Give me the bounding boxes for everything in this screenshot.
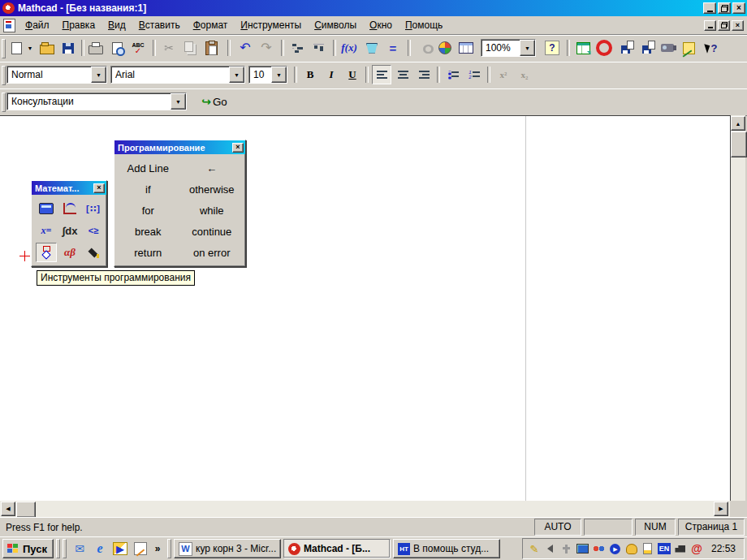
menu-view[interactable]: Вид	[101, 18, 132, 32]
undo-button[interactable]: ↶	[235, 38, 255, 58]
insert-table-button[interactable]	[456, 38, 476, 58]
chevron-down-icon[interactable]: ▼	[91, 67, 106, 83]
palette-close-button[interactable]: ×	[93, 183, 105, 193]
mdi-restore-button[interactable]	[718, 20, 730, 31]
continue-button[interactable]: continue	[180, 221, 244, 242]
restore-button[interactable]	[718, 2, 731, 14]
scroll-right-button[interactable]: ▶	[714, 502, 728, 516]
toolbar-grip[interactable]	[2, 66, 6, 85]
cd-player-tray-icon[interactable]	[625, 542, 638, 555]
horizontal-scrollbar[interactable]: ◀ ▶	[0, 501, 730, 517]
subscript-button[interactable]: x₂	[515, 65, 534, 84]
programming-toolbar-button[interactable]	[36, 243, 57, 262]
mathconnex-button[interactable]	[594, 38, 614, 58]
worksheet-area[interactable]	[0, 115, 730, 502]
redo-button[interactable]: ↷	[257, 38, 276, 58]
display-tray-icon[interactable]	[576, 542, 589, 555]
graph-toolbar-button[interactable]	[59, 199, 80, 218]
title-bar[interactable]: Mathcad - [Без названия:1] ×	[0, 0, 747, 16]
start-button[interactable]: Пуск	[2, 539, 54, 558]
resources-combo[interactable]: Консультации ▼	[6, 93, 187, 110]
style-combo[interactable]: Normal ▼	[6, 66, 107, 84]
task-mathcad[interactable]: Mathcad - [Б...	[283, 539, 391, 558]
zoom-combo[interactable]: 100% ▼	[481, 39, 536, 57]
programming-palette[interactable]: Программирование × Add Line ← if otherwi…	[114, 140, 246, 267]
mdi-minimize-button[interactable]	[704, 20, 716, 31]
save-site-button[interactable]	[615, 38, 635, 58]
superscript-button[interactable]: x²	[494, 65, 513, 84]
greek-toolbar-button[interactable]: αβ	[59, 243, 80, 262]
mdi-close-button[interactable]: ×	[732, 20, 744, 31]
stylus-tray-icon[interactable]: ✎	[528, 542, 541, 555]
component-wizard-button[interactable]	[435, 38, 455, 58]
vertical-scrollbar[interactable]: ▲ ▼	[730, 115, 745, 517]
open-button[interactable]	[37, 38, 57, 58]
otherwise-button[interactable]: otherwise	[180, 179, 244, 200]
print-preview-button[interactable]	[107, 38, 127, 58]
device-tray-icon[interactable]	[560, 542, 573, 555]
close-button[interactable]: ×	[732, 2, 745, 14]
hyperlink-button[interactable]	[414, 38, 434, 58]
insert-function-button[interactable]: f(x)	[339, 38, 359, 58]
align-across-button[interactable]	[287, 38, 307, 58]
matrix-toolbar-button[interactable]: [∷]	[83, 199, 104, 218]
symbolic-toolbar-button[interactable]	[83, 243, 104, 262]
print-button[interactable]	[86, 38, 106, 58]
internet-explorer-shortcut[interactable]: e	[91, 540, 109, 558]
italic-button[interactable]: I	[322, 65, 341, 84]
menu-symbols[interactable]: Символы	[308, 18, 363, 32]
toolbar-grip[interactable]	[2, 39, 6, 58]
scroll-up-button[interactable]: ▲	[731, 116, 745, 131]
go-button[interactable]: ↪ Go	[193, 92, 235, 111]
menu-tools[interactable]: Инструменты	[234, 18, 308, 32]
menu-window[interactable]: Окно	[363, 18, 399, 32]
task-browser-page[interactable]: НТ В помощь студ...	[393, 539, 500, 558]
chevron-down-icon[interactable]: ▼	[171, 93, 186, 110]
spell-check-button[interactable]: ABC✓	[128, 38, 148, 58]
printer-tray-icon[interactable]	[674, 542, 687, 555]
animation-button[interactable]	[658, 38, 677, 58]
mail-monitor-tray-icon[interactable]: @	[690, 542, 703, 555]
calculus-toolbar-button[interactable]: ∫dx	[59, 221, 80, 240]
align-right-button[interactable]	[414, 65, 434, 84]
bullet-list-button[interactable]	[443, 65, 463, 84]
new-dropdown-button[interactable]: ▼	[25, 38, 35, 58]
paste-button[interactable]	[201, 38, 221, 58]
calculator-toolbar-button[interactable]	[36, 199, 57, 218]
boolean-toolbar-button[interactable]: <≥	[83, 221, 104, 240]
math-palette-titlebar[interactable]: Математ... ×	[32, 181, 106, 195]
palette-close-button[interactable]: ×	[232, 143, 244, 153]
bold-button[interactable]: B	[300, 65, 320, 84]
align-down-button[interactable]	[309, 38, 328, 58]
evaluate-button[interactable]: =	[383, 38, 403, 58]
font-combo[interactable]: Arial ▼	[110, 66, 245, 84]
save-button[interactable]	[58, 38, 78, 58]
while-button[interactable]: while	[180, 200, 244, 221]
menu-format[interactable]: Формат	[187, 18, 235, 32]
desktop-editor-shortcut[interactable]	[132, 540, 149, 558]
network-users-tray-icon[interactable]	[593, 542, 606, 555]
vertical-scroll-thumb[interactable]	[731, 131, 747, 157]
menu-help[interactable]: Помощь	[399, 18, 449, 32]
cut-button[interactable]: ✂	[159, 38, 179, 58]
evaluation-toolbar-button[interactable]: x=	[36, 221, 57, 240]
if-button[interactable]: if	[116, 179, 180, 200]
context-help-button[interactable]: ?	[700, 38, 723, 58]
underline-button[interactable]: U	[343, 65, 362, 84]
break-button[interactable]: break	[116, 221, 180, 242]
chevron-down-icon[interactable]: ▼	[520, 40, 535, 56]
media-player-tray-icon[interactable]: ▶	[609, 542, 622, 555]
programming-palette-titlebar[interactable]: Программирование ×	[114, 140, 245, 154]
numbered-list-button[interactable]	[464, 65, 484, 84]
save-download-button[interactable]	[637, 38, 656, 58]
media-player-shortcut[interactable]: ▶	[111, 540, 129, 558]
scroll-left-button[interactable]: ◀	[1, 502, 15, 516]
new-button[interactable]	[6, 38, 26, 58]
quick-launch-more-button[interactable]: »	[152, 540, 163, 558]
annotate-button[interactable]	[679, 38, 698, 58]
align-left-button[interactable]	[372, 65, 391, 84]
font-size-combo[interactable]: 10 ▼	[248, 66, 287, 84]
power-tray-icon[interactable]	[641, 542, 654, 555]
insert-unit-button[interactable]	[362, 38, 382, 58]
toolbar-grip[interactable]	[2, 93, 6, 112]
